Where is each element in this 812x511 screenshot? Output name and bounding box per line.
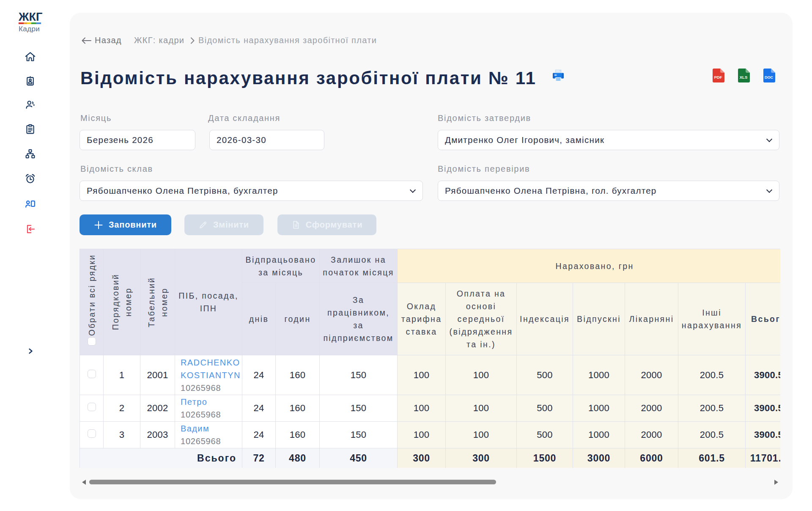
svg-text:PDF: PDF [714,75,722,80]
svg-text:DOC: DOC [765,75,774,80]
svg-text:XLS: XLS [740,75,747,80]
